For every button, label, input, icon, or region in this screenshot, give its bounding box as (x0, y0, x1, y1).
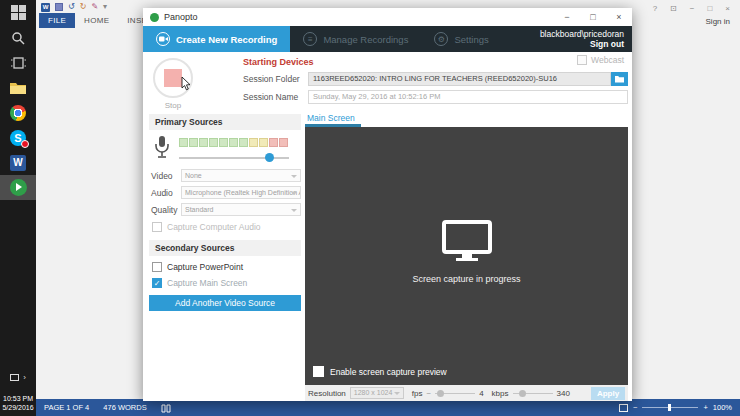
taskbar-skype[interactable]: S (0, 125, 36, 150)
zoom-out-icon[interactable]: − (633, 403, 637, 412)
video-camera-icon (156, 32, 170, 46)
panopto-logo-icon (150, 13, 159, 22)
word-window-controls: ? ⊡ − □ × (653, 4, 730, 13)
sign-out-link[interactable]: Sign out (540, 39, 624, 49)
fps-slider[interactable] (435, 393, 475, 394)
webcast-checkbox[interactable] (577, 55, 587, 65)
volume-slider[interactable] (179, 157, 289, 159)
fps-slider-thumb[interactable] (437, 390, 444, 397)
word-sign-in[interactable]: Sign in (706, 17, 730, 26)
kbps-slider[interactable] (513, 393, 553, 394)
quality-label: Quality (149, 205, 181, 215)
word-count[interactable]: 476 WORDS (103, 403, 146, 412)
panopto-titlebar: Panopto − □ × (143, 8, 632, 26)
stop-button[interactable] (153, 58, 193, 98)
redo-icon[interactable]: ↻ (80, 2, 87, 12)
word-quick-access-toolbar: W ↺ ↻ ✎ ▾ (41, 2, 107, 12)
proofing-icon[interactable] (161, 404, 171, 413)
fps-minus-icon[interactable]: − (426, 389, 431, 398)
kbps-value: 340 (557, 389, 570, 398)
resolution-select[interactable]: 1280 x 1024 (350, 387, 404, 399)
webcast-option: Webcast (577, 55, 624, 65)
panopto-content: Stop Starting Devices Session Folder 116… (143, 52, 632, 401)
session-name-input[interactable]: Sunday, May 29, 2016 at 10:52:16 PM (308, 90, 628, 104)
apply-button[interactable]: Apply (591, 387, 625, 400)
undo-icon[interactable]: ↺ (68, 2, 75, 12)
zoom-in-icon[interactable]: + (703, 403, 707, 412)
capture-powerpoint-checkbox[interactable] (152, 262, 162, 272)
stop-label: Stop (153, 101, 193, 110)
audio-select[interactable]: Microphone (Realtek High Definition Au (181, 186, 301, 199)
audio-label: Audio (149, 188, 181, 198)
capture-progress-message: Screen capture in progress (412, 274, 520, 284)
fps-value: 4 (479, 389, 483, 398)
panopto-window-title: Panopto (164, 12, 198, 22)
tray-expand-icon[interactable]: › (23, 373, 26, 382)
audio-level-meter (179, 138, 289, 147)
tab-home[interactable]: HOME (75, 13, 118, 28)
kbps-slider-thumb[interactable] (519, 390, 526, 397)
tray-window-icon[interactable] (10, 373, 19, 381)
video-label: Video (149, 171, 181, 181)
chrome-icon (10, 105, 26, 121)
microphone-icon (153, 135, 171, 161)
start-button[interactable] (0, 0, 36, 25)
help-icon[interactable]: ? (653, 4, 657, 13)
skype-icon: S (10, 130, 26, 146)
stop-square-icon (164, 69, 182, 87)
enable-preview-checkbox[interactable] (313, 366, 324, 377)
volume-slider-thumb[interactable] (265, 153, 274, 162)
clock-date: 5/29/2016 (0, 403, 36, 412)
primary-sources-header: Primary Sources (149, 114, 301, 130)
session-name-label: Session Name (243, 92, 298, 102)
zoom-slider-thumb[interactable] (668, 404, 671, 411)
desktop-screen: W ↺ ↻ ✎ ▾ FILE HOME INSERT ? ⊡ − □ × Sig… (0, 0, 740, 416)
quality-select[interactable]: Standard (181, 203, 301, 216)
taskbar-chrome[interactable] (0, 100, 36, 125)
touch-mode-icon[interactable]: ✎ (91, 2, 98, 12)
qat-customize-icon[interactable]: ▾ (103, 2, 107, 12)
panopto-close-icon[interactable]: × (606, 8, 632, 26)
capture-main-screen-label: Capture Main Screen (167, 278, 247, 288)
tab-manage-recordings[interactable]: ≡ Manage Recordings (290, 26, 421, 52)
tab-settings[interactable]: ⚙ Settings (421, 26, 501, 52)
taskbar-clock[interactable]: 10:53 PM 5/29/2016 (0, 394, 36, 412)
search-icon (11, 31, 25, 45)
maximize-icon[interactable]: □ (707, 4, 712, 13)
tab-create-new-recording[interactable]: Create New Recording (143, 26, 290, 52)
panopto-minimize-icon[interactable]: − (554, 8, 580, 26)
taskbar-file-explorer[interactable] (0, 75, 36, 100)
account-name: blackboard\pricedoran (540, 29, 624, 39)
add-video-source-button[interactable]: Add Another Video Source (149, 295, 301, 311)
capture-main-screen-checkbox[interactable]: ✓ (152, 278, 162, 288)
video-select[interactable]: None (181, 169, 301, 182)
read-mode-icon[interactable] (619, 404, 628, 412)
task-view-button[interactable] (0, 50, 36, 75)
taskbar-panopto[interactable] (0, 175, 36, 200)
tab-file[interactable]: FILE (39, 13, 75, 28)
panopto-maximize-icon[interactable]: □ (580, 8, 606, 26)
zoom-level[interactable]: 100% (713, 403, 732, 412)
mouse-cursor (181, 77, 192, 91)
ribbon-options-icon[interactable]: ⊡ (670, 4, 677, 13)
panopto-nav: Create New Recording ≡ Manage Recordings… (143, 26, 632, 52)
page-count[interactable]: PAGE 1 OF 4 (44, 403, 89, 412)
folder-icon (615, 75, 624, 83)
capture-powerpoint-option: Capture PowerPoint (149, 262, 301, 272)
taskbar-word[interactable]: W (0, 150, 36, 175)
session-folder-input[interactable]: 1163REED652020: INTRO LING FOR TEACHERS … (308, 72, 611, 86)
save-icon[interactable] (55, 3, 63, 11)
minimize-icon[interactable]: − (690, 4, 695, 13)
gear-icon: ⚙ (434, 32, 448, 46)
taskbar-search[interactable] (0, 25, 36, 50)
capture-computer-audio-checkbox[interactable] (152, 222, 162, 232)
taskbar: S W › 10:53 PM 5/29/2016 (0, 0, 36, 416)
close-icon[interactable]: × (725, 4, 730, 13)
tab-main-screen[interactable]: Main Screen (307, 113, 355, 123)
browse-folder-button[interactable] (611, 72, 628, 86)
sources-panel: Primary Sources (149, 114, 301, 311)
system-tray: › (0, 373, 36, 382)
zoom-slider[interactable] (642, 407, 698, 408)
enable-preview-option: Enable screen capture preview (313, 366, 447, 377)
resolution-label: Resolution (308, 389, 346, 398)
